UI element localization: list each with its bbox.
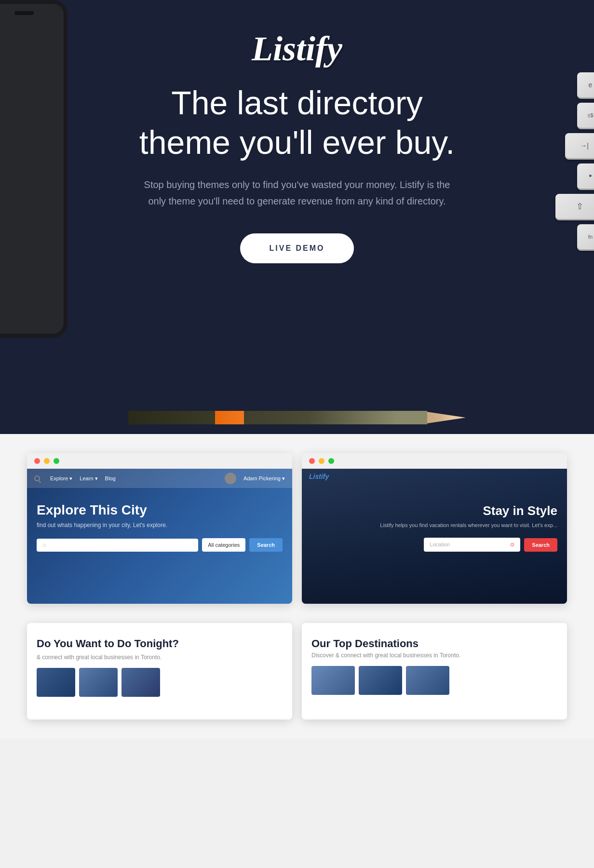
close-icon: [309, 458, 315, 464]
thumb-3: [122, 668, 160, 697]
pencil-body: [128, 411, 427, 424]
city-category-select[interactable]: All categories: [202, 538, 245, 552]
key-e: e: [577, 72, 594, 99]
city-nav-learn: Learn ▾: [80, 475, 97, 482]
vacation-screenshot-card: Listify Stay in Style Listify helps you …: [302, 453, 567, 604]
city-screenshot-card: Explore ▾ Learn ▾ Blog Adam Pickering ▾ …: [27, 453, 292, 604]
hero-subtitle: Stop buying themes only to find you've w…: [138, 176, 456, 209]
tonight-content: Do You Want to Do Tonight? & connect wit…: [27, 623, 292, 719]
vacation-nav: Listify: [302, 469, 567, 484]
city-nav: Explore ▾ Learn ▾ Blog Adam Pickering ▾: [27, 469, 292, 488]
thumb-1: [37, 668, 75, 697]
destinations-thumbnails: [311, 666, 557, 695]
bottom-screenshots-section: Do You Want to Do Tonight? & connect wit…: [0, 623, 594, 739]
city-search-bar[interactable]: ⊙ All categories Search: [37, 538, 283, 552]
avatar: [225, 473, 236, 484]
keyboard-decoration: e ±$ →| • ⇧ fn: [507, 72, 594, 313]
dest-thumb-2: [359, 666, 402, 695]
vacation-main-title: Stay in Style: [311, 503, 557, 518]
city-main-subtitle: find out whats happening in your city, L…: [37, 522, 283, 529]
city-nav-explore: Explore ▾: [50, 475, 72, 482]
key-shift: ⇧: [555, 194, 594, 220]
destinations-screenshot-card: Our Top Destinations Discover & connect …: [302, 623, 567, 719]
city-main-title: Explore This City: [37, 502, 283, 518]
vacation-search-bar[interactable]: Location ⊙ Search: [311, 538, 557, 552]
city-nav-user: Adam Pickering ▾: [243, 475, 285, 482]
destinations-title: Our Top Destinations: [311, 637, 557, 650]
tonight-thumbnails: [37, 668, 283, 697]
dest-thumb-1: [311, 666, 355, 695]
fullscreen-icon: [54, 458, 59, 464]
browser-bar-vacation: [302, 453, 567, 469]
thumb-2: [79, 668, 118, 697]
pencil-orange-band: [215, 411, 244, 424]
pencil-tip: [427, 412, 466, 423]
hero-title: The last directory theme you'll ever buy…: [128, 83, 466, 162]
phone-decoration: [0, 0, 68, 338]
city-content: Explore ▾ Learn ▾ Blog Adam Pickering ▾ …: [27, 469, 292, 604]
dest-thumb-3: [406, 666, 449, 695]
minimize-icon: [319, 458, 324, 464]
browser-bar-city: [27, 453, 292, 469]
brand-logo: Listify: [252, 29, 342, 69]
key-fn: fn: [577, 224, 594, 251]
vacation-hero-content: Stay in Style Listify helps you find vac…: [302, 484, 567, 561]
destinations-content: Our Top Destinations Discover & connect …: [302, 623, 567, 719]
destinations-subtitle: Discover & connect with great local busi…: [311, 652, 557, 659]
city-hero-content: Explore This City find out whats happeni…: [27, 488, 292, 566]
city-location-input[interactable]: ⊙: [37, 539, 198, 552]
minimize-icon: [44, 458, 50, 464]
pencil-decoration: [128, 411, 466, 424]
screenshots-section: Explore ▾ Learn ▾ Blog Adam Pickering ▾ …: [0, 434, 594, 623]
vacation-search-button[interactable]: Search: [524, 538, 557, 552]
city-search-button[interactable]: Search: [249, 538, 283, 552]
vacation-main-subtitle: Listify helps you find vacation rentals …: [311, 522, 557, 528]
key-dollar: ±$: [577, 103, 594, 129]
search-icon: [34, 475, 40, 481]
fullscreen-icon: [328, 458, 334, 464]
key-tab: →|: [565, 133, 594, 160]
tonight-screenshot-card: Do You Want to Do Tonight? & connect wit…: [27, 623, 292, 719]
tonight-subtitle: & connect with great local businesses in…: [37, 654, 283, 661]
key-dot: •: [577, 163, 594, 190]
close-icon: [34, 458, 40, 464]
vacation-location-input[interactable]: Location ⊙: [424, 538, 520, 552]
live-demo-button[interactable]: LIVE DEMO: [240, 233, 353, 263]
city-nav-blog: Blog: [105, 475, 116, 481]
vacation-logo: Listify: [309, 473, 329, 480]
vacation-content: Listify Stay in Style Listify helps you …: [302, 469, 567, 604]
tonight-title: Do You Want to Do Tonight?: [37, 637, 283, 650]
hero-section: e ±$ →| • ⇧ fn Listify The last director…: [0, 0, 594, 434]
